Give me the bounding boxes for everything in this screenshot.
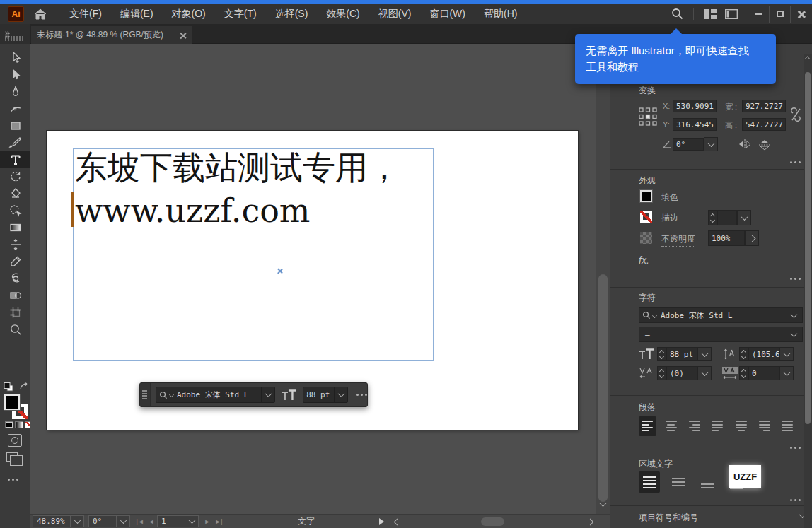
leading-field[interactable]: (105.6 <box>748 347 779 361</box>
prev-artboard-icon[interactable]: ◄ <box>146 518 157 525</box>
tool-rotate[interactable] <box>0 168 30 185</box>
floating-bar-grip[interactable] <box>140 383 151 406</box>
floating-font-select[interactable]: Adobe 宋体 Std L <box>156 387 275 403</box>
edit-toolbar-more-icon[interactable] <box>8 479 18 481</box>
transform-more-icon[interactable] <box>790 161 801 163</box>
panel-scroll-thumb[interactable] <box>805 72 811 424</box>
menu-window[interactable]: 窗口(W) <box>420 4 475 24</box>
font-size-dropdown[interactable] <box>697 347 712 361</box>
maximize-button[interactable] <box>770 6 791 23</box>
tool-pen[interactable] <box>0 83 30 100</box>
floating-size-select[interactable]: 88 pt <box>303 387 348 403</box>
hscroll-left-icon[interactable] <box>394 519 401 526</box>
screen-mode-button[interactable] <box>6 452 18 462</box>
x-field[interactable]: 530.9091 <box>673 100 717 112</box>
default-colors-icon[interactable] <box>4 382 14 392</box>
document-tab[interactable]: 未标题-1* @ 48.89 % (RGB/预览) <box>31 26 192 44</box>
area-align-top-button[interactable] <box>639 471 660 493</box>
opacity-expand-arrow[interactable] <box>745 230 759 246</box>
search-button[interactable] <box>666 6 688 23</box>
paragraph-more-icon[interactable] <box>790 447 801 449</box>
close-button[interactable] <box>791 6 812 23</box>
menu-edit[interactable]: 编辑(E) <box>111 4 163 24</box>
tool-type[interactable] <box>0 151 30 168</box>
canvas[interactable]: 东坡下载站测试专用， www.uzzf.com Adobe 宋体 Std L <box>30 44 596 514</box>
hscroll-right-icon[interactable] <box>587 519 594 526</box>
constrain-proportions-icon[interactable] <box>789 106 802 123</box>
width-field[interactable]: 927.2727 <box>742 100 786 112</box>
next-artboard-icon[interactable]: ► <box>202 518 213 525</box>
fx-button[interactable]: fx. <box>639 254 649 266</box>
tool-gradient[interactable] <box>0 219 30 236</box>
tool-curvature[interactable] <box>0 100 30 117</box>
font-size-field[interactable]: 88 pt <box>666 347 697 361</box>
size-dropdown-arrow[interactable] <box>334 387 347 402</box>
kerning-dropdown[interactable] <box>697 366 712 380</box>
tracking-field[interactable]: 0 <box>748 366 779 380</box>
last-artboard-icon[interactable]: ►| <box>213 518 224 525</box>
font-dropdown-arrow[interactable] <box>261 387 274 402</box>
artboard-number-field[interactable]: 1 <box>157 515 185 527</box>
align-center-button[interactable] <box>662 416 680 436</box>
tool-eyedropper[interactable] <box>0 253 30 270</box>
stroke-weight-field[interactable] <box>717 210 737 225</box>
tool-width[interactable] <box>0 236 30 253</box>
kerning-field[interactable]: (0) <box>666 366 697 380</box>
height-field[interactable]: 547.2727 <box>742 118 786 131</box>
floating-bar-more-icon[interactable] <box>356 394 367 396</box>
menu-select[interactable]: 选择(S) <box>266 4 318 24</box>
zoom-level-field[interactable]: 48.89% <box>33 515 71 527</box>
rotation-field[interactable]: 0° <box>88 515 117 527</box>
font-size-stepper[interactable] <box>657 347 666 361</box>
flip-horizontal-icon[interactable] <box>738 139 752 149</box>
status-expand-icon[interactable] <box>379 518 384 525</box>
font-style-select[interactable]: – <box>639 327 803 342</box>
menu-type[interactable]: 文字(T) <box>215 4 266 24</box>
vscroll-thumb[interactable] <box>598 274 608 502</box>
panel-scroll-up-icon[interactable] <box>805 57 811 62</box>
opacity-label[interactable]: 不透明度 <box>661 233 695 247</box>
artboard-text[interactable]: 东坡下载站测试专用， www.uzzf.com <box>75 146 400 233</box>
justify-last-left-button[interactable] <box>709 416 726 436</box>
menu-help[interactable]: 帮助(H) <box>475 4 526 24</box>
area-align-center-button[interactable] <box>668 471 689 493</box>
app-logo[interactable]: Ai <box>8 6 24 22</box>
zoom-dropdown-arrow[interactable] <box>71 515 84 527</box>
tool-eraser[interactable] <box>0 185 30 202</box>
tool-artboard[interactable] <box>0 304 30 321</box>
menu-view[interactable]: 视图(V) <box>369 4 421 24</box>
canvas-vscrollbar[interactable] <box>596 44 610 514</box>
justify-last-right-button[interactable] <box>755 416 773 436</box>
panel-collapse-icon[interactable] <box>4 30 14 36</box>
align-right-button[interactable] <box>685 416 703 436</box>
kerning-stepper[interactable] <box>657 366 666 380</box>
fill-color-swatch[interactable] <box>640 190 652 202</box>
rotation-angle-field[interactable]: 0° <box>673 138 704 151</box>
flip-vertical-icon[interactable] <box>759 139 770 151</box>
stroke-color-swatch[interactable] <box>640 211 652 223</box>
tool-symbols[interactable] <box>0 287 30 304</box>
hscroll-thumb[interactable] <box>481 517 504 526</box>
discover-tooltip[interactable]: 无需离开 Illustrator，即可快速查找 工具和教程 <box>575 34 776 84</box>
y-field[interactable]: 316.4545 <box>673 118 717 131</box>
font-family-dropdown-arrow[interactable] <box>791 311 798 318</box>
tool-rectangle[interactable] <box>0 117 30 134</box>
font-style-dropdown-arrow[interactable] <box>791 330 798 337</box>
area-type-more-icon[interactable] <box>790 499 801 501</box>
menu-effect[interactable]: 效果(C) <box>317 4 369 24</box>
tracking-stepper[interactable] <box>739 366 748 380</box>
tool-paintbrush[interactable] <box>0 134 30 151</box>
appearance-more-icon[interactable] <box>790 278 801 280</box>
rotation-dropdown-arrow[interactable] <box>117 515 130 527</box>
workspace-switcher-button[interactable] <box>721 6 742 23</box>
tool-zoom[interactable] <box>0 321 30 338</box>
justify-all-button[interactable] <box>779 416 796 436</box>
menu-file[interactable]: 文件(F) <box>60 4 111 24</box>
arrange-documents-button[interactable] <box>700 6 721 23</box>
home-button[interactable] <box>33 6 48 22</box>
menu-object[interactable]: 对象(O) <box>163 4 215 24</box>
leading-stepper[interactable] <box>739 347 748 361</box>
stroke-weight-dropdown[interactable] <box>737 210 751 225</box>
fill-swatch[interactable] <box>4 394 20 410</box>
angle-dropdown-arrow[interactable] <box>704 137 718 151</box>
